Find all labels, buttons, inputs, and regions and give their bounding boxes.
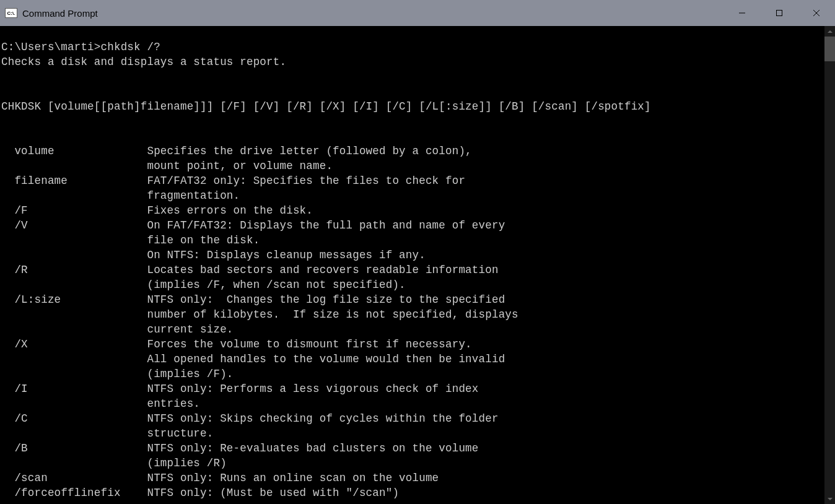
maximize-icon: [776, 9, 783, 17]
scroll-down-button[interactable]: [824, 493, 835, 504]
scroll-up-button[interactable]: [824, 26, 835, 37]
titlebar[interactable]: C:\. Command Prompt: [0, 0, 835, 26]
scrollbar[interactable]: [824, 26, 835, 504]
maximize-button[interactable]: [761, 0, 798, 26]
close-icon: [813, 9, 820, 17]
close-button[interactable]: [798, 0, 835, 26]
minimize-icon: [738, 9, 746, 17]
terminal-output[interactable]: C:\Users\marti>chkdsk /? Checks a disk a…: [0, 26, 824, 504]
chevron-down-icon: [828, 498, 833, 500]
scroll-thumb[interactable]: [824, 37, 835, 61]
minimize-button[interactable]: [724, 0, 761, 26]
chevron-up-icon: [828, 30, 833, 33]
window-controls: [724, 0, 835, 26]
terminal-wrap: C:\Users\marti>chkdsk /? Checks a disk a…: [0, 26, 835, 504]
window-title: Command Prompt: [22, 8, 98, 19]
svg-rect-1: [777, 11, 782, 16]
cmd-icon: C:\.: [5, 8, 17, 18]
titlebar-left: C:\. Command Prompt: [5, 8, 98, 19]
